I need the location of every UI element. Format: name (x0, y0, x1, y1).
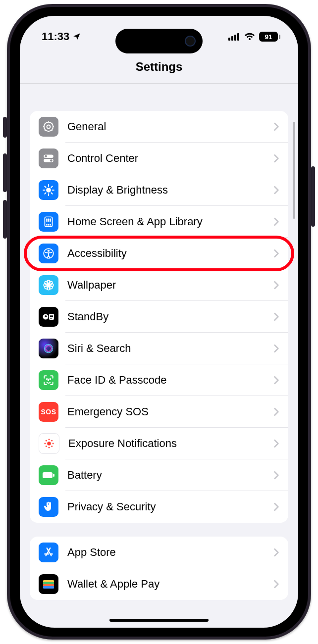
svg-rect-1 (231, 36, 233, 41)
svg-rect-33 (50, 220, 51, 222)
row-label: Exposure Notifications (68, 437, 273, 450)
standby-icon (39, 307, 58, 327)
row-label: App Store (67, 546, 273, 559)
svg-rect-29 (48, 219, 50, 220)
toggles-icon (39, 149, 58, 168)
home-indicator[interactable] (109, 619, 209, 622)
svg-rect-68 (53, 474, 54, 477)
svg-point-61 (44, 443, 46, 445)
row-wallet-apple-pay[interactable]: Wallet & Apple Pay (30, 568, 288, 600)
row-label: Wallpaper (67, 279, 273, 292)
svg-point-66 (51, 446, 53, 447)
svg-rect-36 (50, 224, 51, 226)
svg-point-18 (46, 188, 51, 193)
row-label: Privacy & Security (67, 500, 273, 513)
svg-point-64 (51, 440, 53, 442)
battery-percent: 91 (265, 33, 272, 41)
appstore-icon (39, 543, 58, 562)
row-label: Accessibility (67, 247, 273, 260)
row-faceid-passcode[interactable]: Face ID & Passcode (30, 364, 288, 396)
battery-row-icon (39, 465, 58, 485)
scroll-indicator[interactable] (293, 122, 295, 219)
svg-line-13 (52, 123, 53, 124)
svg-point-57 (50, 379, 51, 380)
wallet-icon (39, 574, 58, 594)
row-siri-search[interactable]: Siri & Search (30, 333, 288, 364)
row-emergency-sos[interactable]: SOS Emergency SOS (30, 396, 288, 428)
row-accessibility[interactable]: Accessibility (30, 238, 288, 269)
location-icon (72, 32, 81, 41)
row-privacy-security[interactable]: Privacy & Security (30, 491, 288, 523)
row-battery[interactable]: Battery (30, 459, 288, 491)
row-label: Emergency SOS (67, 405, 273, 418)
svg-rect-50 (50, 315, 53, 316)
page-title: Settings (136, 60, 183, 74)
svg-rect-28 (46, 219, 48, 220)
svg-line-11 (52, 130, 53, 131)
row-display-brightness[interactable]: Display & Brightness (30, 174, 288, 206)
svg-point-15 (45, 155, 47, 157)
row-home-screen[interactable]: Home Screen & App Library (30, 206, 288, 238)
row-label: StandBy (67, 310, 273, 323)
svg-line-10 (45, 123, 46, 124)
flower-icon (39, 275, 58, 295)
row-label: Control Center (67, 152, 273, 165)
status-time: 11:33 (42, 30, 69, 43)
hand-icon (39, 497, 58, 517)
row-label: Battery (67, 469, 273, 482)
chevron-right-icon (273, 580, 279, 589)
settings-group-2: App Store Wallet & Apple Pay (30, 537, 288, 600)
svg-line-25 (45, 193, 46, 194)
svg-rect-67 (43, 472, 53, 478)
chevron-right-icon (273, 186, 279, 195)
phone-frame: 11:33 91 (7, 4, 311, 640)
wifi-icon (244, 33, 255, 41)
svg-rect-51 (50, 316, 53, 317)
settings-list[interactable]: General Control Center (20, 83, 298, 628)
chevron-right-icon (273, 217, 279, 226)
svg-rect-3 (237, 33, 239, 41)
chevron-right-icon (273, 548, 279, 557)
svg-point-17 (50, 159, 53, 162)
accessibility-icon (39, 244, 58, 263)
chevron-right-icon (273, 312, 279, 321)
chevron-right-icon (273, 281, 279, 290)
battery-icon: 91 (259, 32, 280, 42)
svg-rect-35 (48, 224, 50, 226)
svg-point-63 (46, 440, 47, 442)
row-label: Wallet & Apple Pay (67, 578, 273, 591)
navbar: Settings (20, 50, 298, 84)
dynamic-island (115, 29, 203, 53)
row-control-center[interactable]: Control Center (30, 143, 288, 174)
sos-text: SOS (41, 408, 56, 416)
svg-rect-72 (43, 586, 54, 589)
chevron-right-icon (273, 249, 279, 258)
chevron-right-icon (273, 154, 279, 163)
row-wallpaper[interactable]: Wallpaper (30, 269, 288, 301)
svg-point-60 (49, 447, 50, 448)
svg-rect-32 (48, 220, 50, 222)
svg-point-54 (46, 346, 52, 351)
row-general[interactable]: General (30, 111, 288, 143)
row-app-store[interactable]: App Store (30, 537, 288, 568)
chevron-right-icon (273, 407, 279, 416)
chevron-right-icon (273, 439, 279, 448)
row-label: Face ID & Passcode (67, 374, 273, 387)
svg-point-58 (47, 442, 51, 446)
chevron-right-icon (273, 376, 279, 385)
gear-icon (39, 117, 58, 137)
svg-line-26 (51, 186, 52, 187)
svg-rect-52 (50, 318, 52, 319)
row-standby[interactable]: StandBy (30, 301, 288, 333)
svg-rect-0 (228, 38, 230, 41)
cellular-icon (228, 33, 240, 41)
row-exposure-notifications[interactable]: Exposure Notifications (30, 428, 288, 459)
row-label: Home Screen & App Library (67, 215, 273, 228)
chevron-right-icon (273, 471, 279, 480)
svg-point-59 (49, 439, 50, 440)
svg-line-12 (45, 130, 46, 131)
chevron-right-icon (273, 122, 279, 131)
faceid-icon (39, 370, 58, 390)
svg-rect-31 (46, 220, 48, 222)
svg-rect-2 (234, 35, 236, 41)
